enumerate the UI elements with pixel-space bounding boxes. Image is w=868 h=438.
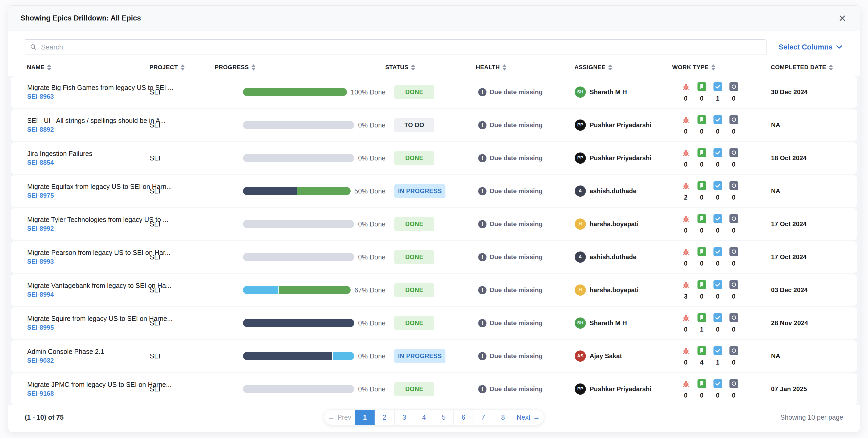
health-label: Due date missing [490,253,543,261]
column-header-name[interactable]: NAME [27,64,150,71]
epic-id-link[interactable]: SEI-8993 [27,257,150,266]
sort-icon[interactable] [608,64,612,70]
sort-icon[interactable] [181,64,185,70]
avatar: H [575,284,586,296]
close-icon[interactable]: × [837,12,847,24]
epic-id-link[interactable]: SEI-9168 [27,389,150,398]
sort-icon[interactable] [411,64,415,70]
epic-name: Migrate Equifax from legacy US to SEI on… [27,182,150,191]
epic-id-link[interactable]: SEI-8975 [27,191,150,200]
progress-cell: 0% Done [215,385,385,393]
column-header-assignee[interactable]: ASSIGNEE [575,64,672,71]
table-body: Migrate Big Fish Games from legacy US to… [8,76,860,405]
story-count: 0 [700,161,703,168]
bug-count: 3 [684,293,687,300]
assignee-name: Pushkar Priyadarshi [590,385,651,393]
sort-icon[interactable] [711,64,715,70]
page-button-2[interactable]: 2 [375,410,395,425]
epic-id-link[interactable]: SEI-8995 [27,323,150,332]
page-button-5[interactable]: 5 [434,410,454,425]
column-header-worktype[interactable]: WORK TYPE [672,64,771,71]
progress-bar [243,121,354,129]
column-header-health[interactable]: HEALTH [476,64,575,71]
task-count: 0 [716,194,719,201]
chevron-down-icon [836,45,843,49]
select-columns-button[interactable]: Select Columns [778,43,849,52]
column-header-completed-date[interactable]: COMPLETED DATE [771,64,849,71]
epic-count: 0 [732,128,735,135]
table-row[interactable]: Migrate JPMC from legacy US to SEI on Ha… [11,373,857,405]
column-header-status[interactable]: STATUS [385,64,476,71]
epic-id-link[interactable]: SEI-8892 [27,125,150,134]
column-header-project[interactable]: PROJECT [150,64,215,71]
table-row[interactable]: Admin Console Phase 2.1 SEI-9032 SEI 0% … [11,340,857,372]
table-row[interactable]: Jira Ingestion Failures SEI-8854 SEI 0% … [11,142,857,174]
search-box[interactable] [24,39,767,55]
epic-count: 0 [732,359,735,366]
epics-drilldown-modal: Showing Epics Drilldown: All Epics × Sel… [8,5,860,432]
epic-name: Admin Console Phase 2.1 [27,347,150,356]
table-row[interactable]: Migrate Equifax from legacy US to SEI on… [11,175,857,207]
assignee-name: harsha.boyapati [590,220,639,228]
progress-cell: 0% Done [215,154,385,162]
search-input[interactable] [41,43,761,52]
progress-label: 0% Done [358,253,385,261]
avatar: SH [575,87,586,98]
epic-id-link[interactable]: SEI-8963 [27,92,150,101]
epic-count: 0 [732,194,735,201]
health-cell: ! Due date missing [476,385,575,393]
health-label: Due date missing [490,154,543,162]
table-row[interactable]: Migrate Big Fish Games from legacy US to… [11,76,857,108]
epic-count: 0 [732,95,735,102]
status-badge: DONE [394,250,434,264]
status-badge: DONE [394,316,434,330]
table-row[interactable]: SEI - UI - All strings / spellings shoul… [11,109,857,141]
task-count: 0 [716,326,719,333]
next-page-button[interactable]: Next → [513,410,544,425]
story-count: 0 [700,95,703,102]
status-cell: DONE [385,283,476,297]
page-button-4[interactable]: 4 [414,410,434,425]
bug-count: 0 [684,326,687,333]
epic-id-link[interactable]: SEI-8994 [27,290,150,299]
progress-cell: 0% Done [215,319,385,327]
status-badge: DONE [394,382,434,396]
page-button-7[interactable]: 7 [473,410,493,425]
health-label: Due date missing [490,121,543,129]
epic-name: Migrate Vantagebank from legacy to SEI o… [27,281,150,290]
name-cell: Migrate Tyler Technologies from legacy U… [27,215,150,233]
sort-icon[interactable] [829,64,833,70]
epic-id-link[interactable]: SEI-9032 [27,356,150,365]
page-button-3[interactable]: 3 [395,410,414,425]
assignee-name: ashish.duthade [590,187,637,195]
table-row[interactable]: Migrate Vantagebank from legacy to SEI o… [11,274,857,306]
assignee-name: Ajay Sakat [590,352,622,360]
alert-icon: ! [478,187,487,195]
avatar: AS [575,350,586,362]
page-button-6[interactable]: 6 [454,410,473,425]
completed-date: 17 Oct 2024 [771,220,857,228]
epic-id-link[interactable]: SEI-8992 [27,224,150,233]
name-cell: SEI - UI - All strings / spellings shoul… [27,116,150,134]
table-row[interactable]: Migrate Tyler Technologies from legacy U… [11,208,857,240]
bug-count: 0 [684,392,687,399]
status-cell: DONE [385,382,476,396]
progress-cell: 50% Done [215,187,385,195]
worktype-cell: 0 0 1 0 [673,82,771,102]
status-badge: DONE [394,217,434,231]
sort-icon[interactable] [502,64,506,70]
alert-icon: ! [478,88,487,96]
prev-page-button[interactable]: ← Prev [324,410,355,425]
epic-id-link[interactable]: SEI-8854 [27,158,150,167]
sort-icon[interactable] [47,64,51,70]
table-row[interactable]: Migrate Squire from legacy US to SEI on … [11,307,857,339]
column-header-progress[interactable]: PROGRESS [215,64,385,71]
page-button-8[interactable]: 8 [493,410,513,425]
table-row[interactable]: Migrate Pearson from legacy US to SEI on… [11,241,857,273]
alert-icon: ! [478,121,487,129]
assignee-name: ashish.duthade [590,253,637,261]
sort-icon[interactable] [251,64,255,70]
bug-icon [682,115,690,124]
page-button-1[interactable]: 1 [355,410,375,425]
name-cell: Migrate Big Fish Games from legacy US to… [27,83,150,101]
